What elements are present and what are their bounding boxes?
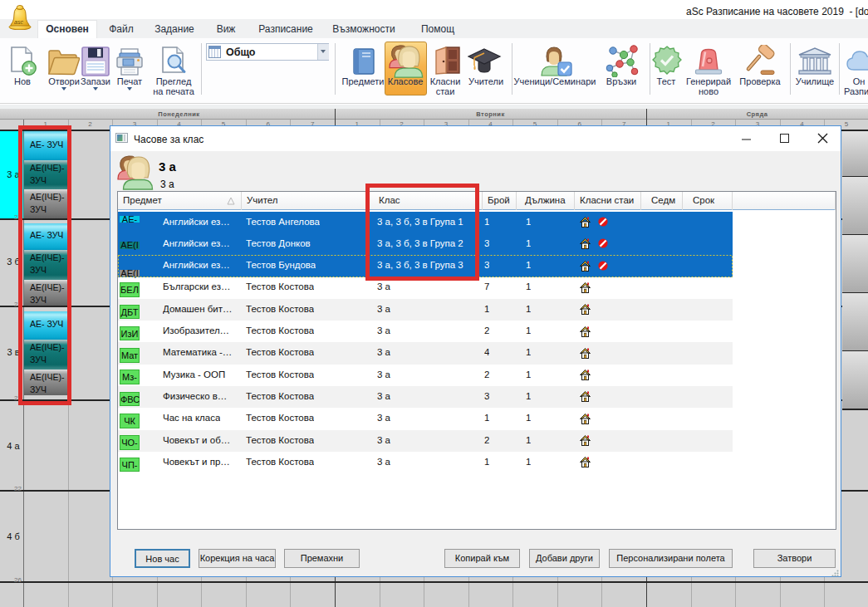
svg-text:asc: asc <box>14 19 23 25</box>
